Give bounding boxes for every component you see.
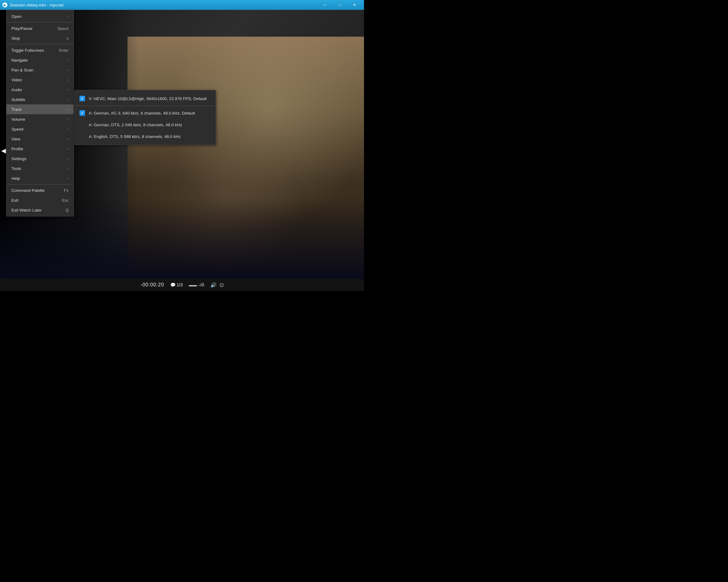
track-chevron: › [68, 107, 69, 111]
bottom-bar: -00:00:20 💬 1/3 ▬▬ –/0 🔊 ⊡ [0, 279, 364, 291]
video-chevron: › [68, 78, 69, 82]
menu-item-commandpalette-label: Command Palette [11, 188, 45, 193]
menu-item-profile[interactable]: Profile › [6, 144, 74, 154]
menu-item-panscan[interactable]: Pan & Scan › [6, 65, 74, 75]
track-video-checkbox [79, 96, 85, 101]
screen-icon: ⊡ [219, 282, 224, 288]
menu-item-open-label: Open [11, 14, 22, 19]
menu-container: Open › Play/Pause Space Stop s Toggle Fu… [6, 10, 74, 216]
tools-chevron: › [68, 166, 69, 170]
menu-item-volume-label: Volume [11, 117, 25, 122]
track-audio-german-ac3-item[interactable]: A: German, AC-3, 640 kb/s, 6 channels, 4… [75, 107, 215, 119]
separator-2 [6, 44, 74, 44]
track-audio-german-dts-label: A: German, DTS, 2 046 kb/s, 8 channels, … [89, 123, 182, 127]
menu-item-track[interactable]: Track › [6, 104, 74, 114]
exit-shortcut: Esc [62, 198, 69, 203]
help-chevron: › [68, 177, 69, 180]
navigate-chevron: › [68, 58, 69, 62]
audio-display-icon: ▬▬ [189, 283, 197, 287]
menu-item-stop-label: Stop [11, 36, 20, 41]
main-menu: Open › Play/Pause Space Stop s Toggle Fu… [6, 10, 74, 216]
track-video-item[interactable]: V: HEVC, Main 10@L5@High, 3840x1600, 23.… [75, 93, 215, 104]
menu-item-subtitle[interactable]: Subtitle › [6, 95, 74, 104]
menu-item-exitwatchlater-label: Exit Watch Later [11, 208, 42, 212]
track-audio-english-dts-item[interactable]: A: English, DTS, 5 588 kb/s, 8 channels,… [75, 131, 215, 142]
track-audio-german-ac3-checkbox [79, 110, 85, 116]
menu-item-fullscreen[interactable]: Toggle Fullscreen Enter [6, 45, 74, 55]
volume-icon: 🔊 [210, 282, 216, 288]
window-title: Downton Abbey.mkv - mpv.net [10, 3, 63, 7]
menu-item-navigate[interactable]: Navigate › [6, 55, 74, 65]
profile-chevron: › [68, 147, 69, 151]
audio-chevron: › [68, 88, 69, 91]
menu-item-navigate-label: Navigate [11, 58, 28, 62]
menu-item-exit-label: Exit [11, 198, 19, 203]
menu-item-profile-label: Profile [11, 147, 23, 151]
title-bar-left: ▶ Downton Abbey.mkv - mpv.net [2, 2, 63, 7]
menu-item-settings[interactable]: Settings › [6, 154, 74, 163]
maximize-button[interactable]: □ [333, 0, 347, 10]
title-bar: ▶ Downton Abbey.mkv - mpv.net — □ ✕ [0, 0, 364, 10]
menu-item-help[interactable]: Help › [6, 174, 74, 183]
track-separator-1 [75, 106, 215, 106]
minimize-button[interactable]: — [318, 0, 332, 10]
app-icon: ▶ [2, 2, 7, 7]
track-audio-german-ac3-label: A: German, AC-3, 640 kb/s, 6 channels, 4… [89, 111, 195, 115]
menu-item-subtitle-label: Subtitle [11, 97, 25, 102]
menu-item-video-label: Video [11, 78, 22, 82]
commandpalette-shortcut: F1 [64, 188, 69, 193]
menu-item-exitwatchlater[interactable]: Exit Watch Later Q [6, 205, 74, 215]
menu-item-view[interactable]: View › [6, 134, 74, 144]
panscan-chevron: › [68, 68, 69, 72]
exitwatchlater-shortcut: Q [66, 208, 69, 212]
menu-item-view-label: View [11, 137, 20, 141]
settings-chevron: › [68, 157, 69, 160]
subtitle-chevron: › [68, 98, 69, 101]
menu-item-settings-label: Settings [11, 156, 26, 161]
menu-item-track-label: Track [11, 107, 22, 112]
window-controls: — □ ✕ [318, 0, 362, 10]
menu-item-audio-label: Audio [11, 87, 22, 92]
subtitle-indicator: 💬 1/3 [170, 282, 183, 287]
main-content: ◀ Open › Play/Pause Space Stop s To [0, 10, 364, 291]
volume-chevron: › [68, 117, 69, 121]
menu-item-audio[interactable]: Audio › [6, 85, 74, 95]
menu-item-panscan-label: Pan & Scan [11, 68, 33, 72]
playpause-shortcut: Space [57, 26, 69, 31]
view-chevron: › [68, 137, 69, 141]
menu-item-speed[interactable]: Speed › [6, 124, 74, 134]
menu-item-volume[interactable]: Volume › [6, 114, 74, 124]
menu-item-exit[interactable]: Exit Esc [6, 195, 74, 205]
stop-shortcut: s [67, 36, 69, 41]
fullscreen-shortcut: Enter [59, 48, 69, 53]
track-audio-english-dts-empty [79, 134, 85, 139]
open-chevron: › [68, 15, 69, 18]
subtitle-icon: 💬 [170, 282, 176, 287]
menu-item-playpause[interactable]: Play/Pause Space [6, 23, 74, 33]
audio-indicator: ▬▬ –/0 [189, 282, 204, 287]
menu-item-speed-label: Speed [11, 127, 23, 131]
menu-item-open[interactable]: Open › [6, 11, 74, 21]
track-audio-english-dts-label: A: English, DTS, 5 588 kb/s, 8 channels,… [89, 134, 181, 139]
track-submenu: V: HEVC, Main 10@L5@High, 3840x1600, 23.… [74, 90, 216, 145]
menu-item-stop[interactable]: Stop s [6, 33, 74, 43]
menu-item-help-label: Help [11, 176, 20, 181]
bottom-icons: 🔊 ⊡ [210, 282, 224, 288]
track-video-label: V: HEVC, Main 10@L5@High, 3840x1600, 23.… [89, 97, 207, 101]
menu-item-video[interactable]: Video › [6, 75, 74, 85]
menu-item-tools-label: Tools [11, 166, 21, 171]
close-button[interactable]: ✕ [347, 0, 362, 10]
menu-item-tools[interactable]: Tools › [6, 163, 74, 174]
time-display: -00:00:20 [140, 282, 164, 288]
menu-item-fullscreen-label: Toggle Fullscreen [11, 48, 44, 53]
separator-1 [6, 22, 74, 23]
track-audio-german-dts-item[interactable]: A: German, DTS, 2 046 kb/s, 8 channels, … [75, 119, 215, 131]
speed-chevron: › [68, 127, 69, 131]
menu-item-commandpalette[interactable]: Command Palette F1 [6, 185, 74, 195]
subtitle-info: 1/3 [177, 282, 183, 287]
menu-item-playpause-label: Play/Pause [11, 26, 32, 31]
audio-info: –/0 [198, 282, 204, 287]
track-audio-german-dts-empty [79, 122, 85, 128]
separator-3 [6, 184, 74, 184]
